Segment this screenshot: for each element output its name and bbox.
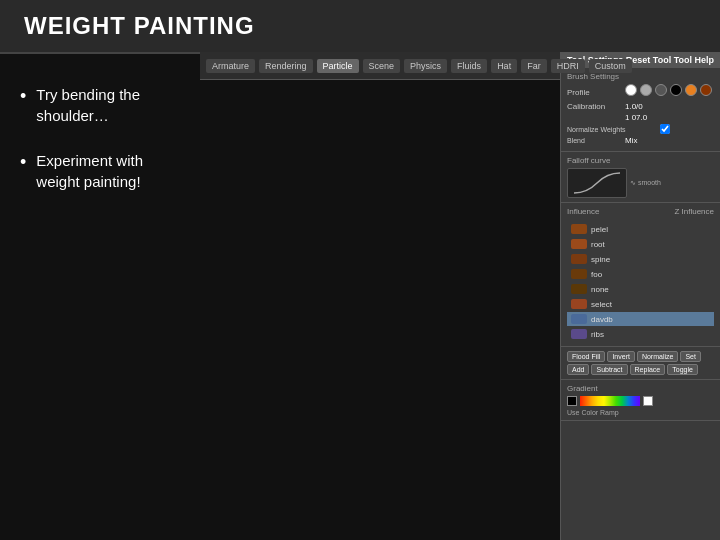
top-toolbar: Armature Rendering Particle Scene Physic…: [200, 52, 560, 80]
profile-row: Profile: [567, 84, 714, 100]
sort-dir-label: Z Influence: [674, 207, 714, 216]
right-panel: Tool Settings Reset Tool Tool Help Brush…: [560, 52, 720, 540]
sort-by-label: Influence: [567, 207, 599, 216]
viewport-wrapper: Problems: [200, 80, 560, 540]
influence-name-0: pelel: [591, 225, 608, 234]
influence-item-1[interactable]: root: [567, 237, 714, 251]
toolbar-tab-scene[interactable]: Scene: [363, 59, 401, 73]
circle-orange: [685, 84, 697, 96]
influence-section: Influence Z Influence pelel root spine: [561, 203, 720, 347]
gradient-title: Gradient: [567, 384, 714, 393]
bullet-text-2: Experiment with weight painting!: [36, 150, 180, 192]
bullet-item-2: • Experiment with weight painting!: [20, 150, 180, 192]
influence-item-3[interactable]: foo: [567, 267, 714, 281]
bullet-text-1: Try bending the shoulder…: [36, 84, 180, 126]
circle-white: [625, 84, 637, 96]
vgcr-label: Use Color Ramp: [567, 409, 714, 416]
influence-item-2[interactable]: spine: [567, 252, 714, 266]
normalize-btn[interactable]: Normalize: [637, 351, 679, 362]
bullet-dot-2: •: [20, 152, 26, 173]
circle-lgray: [640, 84, 652, 96]
influence-item-5[interactable]: select: [567, 297, 714, 311]
falloff-title: Falloff curve: [567, 156, 714, 165]
replace-btn[interactable]: Replace: [630, 364, 666, 375]
toolbar-tab-fluids[interactable]: Fluids: [451, 59, 487, 73]
influence-color-0: [571, 224, 587, 234]
profile-label: Profile: [567, 88, 622, 97]
influence-name-6: davdb: [591, 315, 613, 324]
falloff-section: Falloff curve ∿ smooth: [561, 152, 720, 203]
calibration-label: Calibration: [567, 102, 622, 111]
normalize-checkbox[interactable]: [660, 124, 670, 134]
color-ramp-preview[interactable]: [580, 396, 640, 406]
falloff-hint: ∿ smooth: [630, 179, 661, 187]
subtract-btn[interactable]: Subtract: [591, 364, 627, 375]
paint-buttons-section: Flood Fill Invert Normalize Set Add Subt…: [561, 347, 720, 380]
influence-name-7: ribs: [591, 330, 604, 339]
circle-dgray: [655, 84, 667, 96]
normalize-label: Normalize Weights: [567, 126, 657, 133]
toolbar-tab-far[interactable]: Far: [521, 59, 547, 73]
invert-btn[interactable]: Invert: [607, 351, 635, 362]
slide-title: WEIGHT PAINTING: [24, 12, 255, 39]
paint-buttons: Flood Fill Invert Normalize Set Add Subt…: [567, 351, 714, 375]
brush-settings-title: Brush Settings: [567, 72, 714, 81]
toolbar-tab-physics[interactable]: Physics: [404, 59, 447, 73]
bullet-item-1: • Try bending the shoulder…: [20, 84, 180, 126]
value2-row: 1 07.0: [567, 113, 714, 122]
influence-item-7[interactable]: ribs: [567, 327, 714, 341]
toolbar-tab-particle[interactable]: Particle: [317, 59, 359, 73]
influence-color-5: [571, 299, 587, 309]
blend-value: Mix: [625, 136, 637, 145]
influence-color-4: [571, 284, 587, 294]
profile-circles: [625, 84, 712, 96]
influence-item-4[interactable]: none: [567, 282, 714, 296]
influence-color-7: [571, 329, 587, 339]
blend-row: Blend Mix: [567, 136, 714, 145]
brush-settings-section: Brush Settings Profile Calibration 1.0/0: [561, 68, 720, 152]
add-btn[interactable]: Add: [567, 364, 589, 375]
calibration-val1: 1.0/0: [625, 102, 643, 111]
influence-color-3: [571, 269, 587, 279]
influence-list: pelel root spine foo none: [567, 222, 714, 341]
influence-item-6[interactable]: davdb: [567, 312, 714, 326]
normalize-row: Normalize Weights: [567, 124, 714, 134]
gradient-row: [567, 396, 714, 406]
influence-item-0[interactable]: pelel: [567, 222, 714, 236]
reset-tool-btn[interactable]: Reset Tool: [626, 55, 671, 65]
blend-label: Blend: [567, 137, 622, 144]
influence-name-2: spine: [591, 255, 610, 264]
left-panel: • Try bending the shoulder… • Experiment…: [0, 54, 200, 222]
influence-color-1: [571, 239, 587, 249]
toolbar-tab-armature[interactable]: Armature: [206, 59, 255, 73]
falloff-curve-preview: [567, 168, 627, 198]
slide: WEIGHT PAINTING Armature Rendering Parti…: [0, 0, 720, 540]
value2-val: 1 07.0: [625, 113, 647, 122]
toolbar-tab-rendering[interactable]: Rendering: [259, 59, 313, 73]
bullet-dot-1: •: [20, 86, 26, 107]
color-swatch-black[interactable]: [567, 396, 577, 406]
toggle-btn[interactable]: Toggle: [667, 364, 698, 375]
flood-fill-btn[interactable]: Flood Fill: [567, 351, 605, 362]
influence-header: Influence Z Influence: [567, 207, 714, 219]
falloff-controls: ∿ smooth: [567, 168, 714, 198]
influence-color-6: [571, 314, 587, 324]
influence-name-3: foo: [591, 270, 602, 279]
circle-brown: [700, 84, 712, 96]
influence-name-1: root: [591, 240, 605, 249]
tool-help-btn[interactable]: Tool Help: [674, 55, 714, 65]
toolbar-tab-hdri[interactable]: HDRI: [551, 59, 585, 73]
set-btn[interactable]: Set: [680, 351, 701, 362]
calibration-row: Calibration 1.0/0: [567, 102, 714, 111]
toolbar-tab-custom[interactable]: Custom: [589, 59, 632, 73]
influence-name-4: none: [591, 285, 609, 294]
influence-color-2: [571, 254, 587, 264]
influence-name-5: select: [591, 300, 612, 309]
toolbar-tab-hat[interactable]: Hat: [491, 59, 517, 73]
tool-settings-header: Tool Settings Reset Tool Tool Help: [561, 52, 720, 68]
circle-black: [670, 84, 682, 96]
gradient-section: Gradient Use Color Ramp: [561, 380, 720, 421]
color-swatch-white[interactable]: [643, 396, 653, 406]
title-bar: WEIGHT PAINTING: [0, 0, 720, 54]
